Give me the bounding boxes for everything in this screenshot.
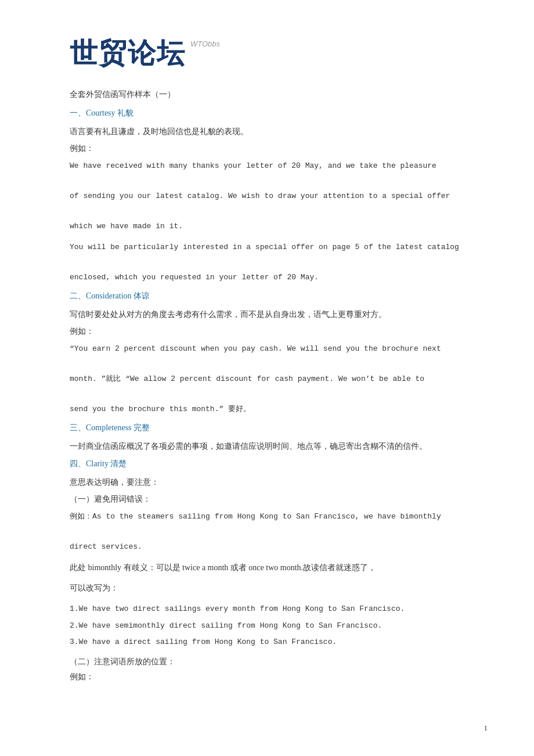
section-2-heading: 二、Consideration 体谅 [70,291,464,301]
list-item-2: 2.We have semimonthly direct sailing fro… [70,618,464,635]
page-number: 1 [484,723,488,733]
logo-area: 世贸论坛 WTObbs [70,35,464,72]
section-4-desc1: 意思表达明确，要注意： [70,475,464,489]
page-title: 全套外贸信函写作样本（一） [70,89,464,100]
section-1-heading: 一、Courtesy 礼貌 [70,108,464,118]
section-2-english: “You earn 2 percent discount when you pa… [70,341,464,417]
section-4: 四、Clarity 清楚 意思表达明确，要注意： （一）避免用词错误： 例如：A… [70,459,464,682]
section-4-note2: 可以改写为： [70,581,464,595]
section-4-heading: 四、Clarity 清楚 [70,459,464,469]
logo-english: WTObbs [190,39,220,48]
list-item-3: 3.We have a direct sailing from Hong Kon… [70,634,464,651]
section-4-sub2: （二）注意词语所放的位置： [70,657,464,667]
section-4-sub1: （一）避免用词错误： [70,494,464,505]
section-1: 一、Courtesy 礼貌 语言要有礼且谦虚，及时地回信也是礼貌的表现。 例如：… [70,108,464,285]
section-2: 二、Consideration 体谅 写信时要处处从对方的角度去考虑有什么需求，… [70,291,464,417]
section-3-heading: 三、Completeness 完整 [70,423,464,433]
list-item-1: 1.We have two direct sailings every mont… [70,601,464,618]
section-4-list: 1.We have two direct sailings every mont… [70,601,464,651]
section-1-english2: You will be particularly interested in a… [70,240,464,285]
section-3: 三、Completeness 完整 一封商业信函应概况了各项必需的事项，如邀请信… [70,423,464,453]
section-2-example-label: 例如： [70,326,464,337]
section-4-example-label2: 例如： [70,672,464,682]
section-4-example1: 例如：As to the steamers sailing from Hong … [70,509,464,555]
logo-chinese: 世贸论坛 [70,35,186,72]
section-1-example-label: 例如： [70,143,464,154]
section-1-english1: We have received with many thanks your l… [70,159,464,234]
section-4-note1: 此处 bimonthly 有歧义：可以是 twice a month 或者 on… [70,560,464,575]
section-2-desc: 写信时要处处从对方的角度去考虑有什么需求，而不是从自身出发，语气上更尊重对方。 [70,307,464,322]
section-3-desc: 一封商业信函应概况了各项必需的事项，如邀请信应说明时间、地点等，确忌寄出含糊不清… [70,439,464,453]
section-1-desc: 语言要有礼且谦虚，及时地回信也是礼貌的表现。 [70,124,464,139]
